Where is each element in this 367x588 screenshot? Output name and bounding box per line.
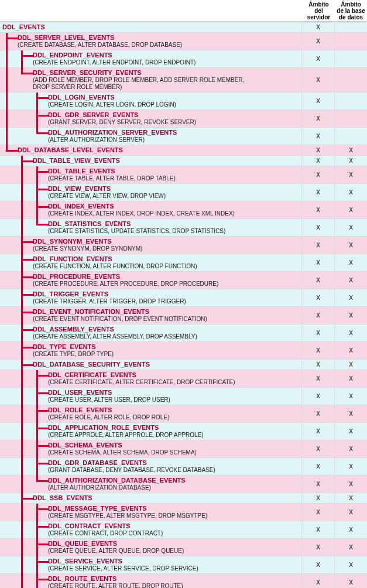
server-scope-cell: X [301, 423, 334, 440]
row-text: DDL_SCHEMA_EVENTS(CREATE SCHEMA, ALTER S… [48, 441, 197, 456]
tree-row: DDL_EVENTSX [0, 22, 367, 32]
event-detail: (CREATE INDEX, ALTER INDEX, DROP INDEX, … [48, 210, 235, 217]
tree-row: DDL_DATABASE_SECURITY_EVENTSXX [0, 359, 367, 370]
event-detail: (CREATE QUEUE, ALTER QUEUE, DROP QUEUE) [48, 548, 184, 555]
row-label-area: DDL_INDEX_EVENTS(CREATE INDEX, ALTER IND… [0, 201, 301, 218]
tree-row: DDL_ROUTE_EVENTS(CREATE ROUTE, ALTER ROU… [0, 573, 367, 588]
tree-connector-tick [36, 93, 49, 99]
tree-connector-vertical-thick [36, 189, 38, 201]
tree-connector-tick [36, 201, 49, 208]
event-detail: (CREATE MSGTYPE, ALTER MSGTYPE, DROP MSG… [48, 512, 207, 519]
server-scope-cell: X [301, 405, 334, 422]
event-detail: (CREATE SYNONYM, DROP SYNONYM) [33, 245, 142, 252]
row-label-area: DDL_STATISTICS_EVENTS(CREATE STATISTICS,… [0, 219, 301, 236]
server-scope-cell: X [301, 254, 334, 271]
tree-row: DDL_ENDPOINT_EVENTS(CREATE ENDPOINT, ALT… [0, 50, 367, 67]
event-name: DDL_ROLE_EVENTS [48, 406, 169, 414]
tree-row: DDL_LOGIN_EVENTS(CREATE LOGIN, ALTER LOG… [0, 92, 367, 110]
event-name: DDL_SERVER_SECURITY_EVENTS [33, 69, 244, 77]
tree-row: DDL_QUEUE_EVENTS(CREATE QUEUE, ALTER QUE… [0, 538, 367, 556]
row-text: DDL_SSB_EVENTS [33, 494, 92, 502]
row-label-area: DDL_SYNONYM_EVENTS(CREATE SYNONYM, DROP … [0, 237, 301, 254]
server-scope-cell: X [301, 50, 334, 67]
server-scope-cell: X [301, 110, 334, 127]
event-name: DDL_FUNCTION_EVENTS [33, 255, 197, 263]
row-text: DDL_SERVICE_EVENTS(CREATE SERVICE, ALTER… [48, 557, 198, 572]
event-name: DDL_SYNONYM_EVENTS [33, 237, 142, 245]
event-name: DDL_TABLE_EVENTS [48, 167, 176, 175]
row-label-area: DDL_AUTHORIZATION_DATABASE_EVENTS(ALTER … [0, 476, 301, 493]
event-detail: (ALTER AUTHORIZATION DATABASE) [48, 484, 186, 491]
tree-connector-vertical-thick [21, 329, 23, 342]
row-label-area: DDL_ASSEMBLY_EVENTS(CREATE ASSEMBLY, ALT… [0, 324, 301, 341]
tree-connector-tick [36, 476, 49, 482]
database-scope-cell: X [334, 574, 367, 588]
tree-connector-vertical-thick [36, 410, 38, 423]
header-database-scope: Ámbitode la basede datos [335, 0, 367, 22]
row-text: DDL_FUNCTION_EVENTS(CREATE FUNCTION, ALT… [33, 255, 197, 270]
event-detail: (CREATE ROUTE, ALTER ROUTE, DROP ROUTE) [48, 583, 183, 588]
row-label-area: DDL_ROUTE_EVENTS(CREATE ROUTE, ALTER ROU… [0, 574, 301, 588]
database-scope-cell [334, 33, 367, 50]
event-name: DDL_SERVICE_EVENTS [48, 557, 198, 565]
database-scope-cell: X [334, 493, 367, 503]
row-text: DDL_CERTIFICATE_EVENTS(CREATE CERTIFICAT… [48, 371, 235, 386]
database-scope-cell: X [334, 458, 367, 475]
tree-connector-tick [36, 405, 49, 412]
row-text: DDL_ENDPOINT_EVENTS(CREATE ENDPOINT, ALT… [33, 51, 195, 66]
server-scope-cell: X [301, 458, 334, 475]
row-label-area: DDL_SERVER_LEVEL_EVENTS(CREATE DATABASE,… [0, 33, 301, 50]
tree-row: DDL_SSB_EVENTSXX [0, 493, 367, 503]
event-detail: (CREATE DATABASE, ALTER DATABASE, DROP D… [18, 42, 182, 49]
row-text: DDL_GDR_DATABASE_EVENTS(GRANT DATABASE, … [48, 459, 215, 474]
tree-connector-tick [36, 219, 49, 225]
tree-connector-vertical-thick [21, 241, 23, 254]
database-scope-cell: X [334, 342, 367, 359]
tree-row: DDL_APPLICATION_ROLE_EVENTS(CREATE APPRO… [0, 422, 367, 440]
row-text: DDL_LOGIN_EVENTS(CREATE LOGIN, ALTER LOG… [48, 93, 176, 108]
row-label-area: DDL_USER_EVENTS(CREATE USER, ALTER USER,… [0, 388, 301, 405]
server-scope-cell: X [301, 166, 334, 183]
row-label-area: DDL_ROLE_EVENTS(CREATE ROLE, ALTER ROLE,… [0, 405, 301, 422]
row-text: DDL_TABLE_EVENTS(CREATE TABLE, ALTER TAB… [48, 167, 176, 182]
server-scope-cell: X [301, 128, 334, 145]
row-text: DDL_MESSAGE_TYPE_EVENTS(CREATE MSGTYPE, … [48, 504, 207, 519]
tree-connector-vertical-thick [36, 526, 38, 539]
column-headers: Ámbitodelservidor Ámbitode la basede dat… [0, 0, 367, 22]
tree-connector-vertical-thick [21, 539, 23, 556]
tree-row: DDL_TYPE_EVENTS(CREATE TYPE, DROP TYPE)X… [0, 341, 367, 359]
database-scope-cell: X [334, 201, 367, 218]
tree-row: DDL_ASSEMBLY_EVENTS(CREATE ASSEMBLY, ALT… [0, 324, 367, 341]
rows-container: DDL_EVENTSXDDL_SERVER_LEVEL_EVENTS(CREAT… [0, 22, 367, 588]
server-scope-cell: X [301, 493, 334, 503]
database-scope-cell [334, 50, 367, 67]
tree-connector-vertical-thick [21, 521, 23, 539]
database-scope-cell: X [334, 307, 367, 324]
tree-connector-tick [36, 370, 49, 377]
tree-connector-vertical-thick [21, 405, 23, 423]
tree-connector-tick [36, 128, 49, 134]
event-detail: (CREATE STATISTICS, UPDATE STATISTICS, D… [48, 228, 225, 235]
row-text: DDL_APPLICATION_ROLE_EVENTS(CREATE APPRO… [48, 423, 204, 439]
database-scope-cell: X [334, 289, 367, 306]
tree-connector-tick [36, 556, 49, 563]
row-text: DDL_PROCEDURE_EVENTS(CREATE PROCEDURE, A… [33, 272, 218, 288]
tree-connector-tick [36, 539, 49, 545]
database-scope-cell: X [334, 219, 367, 236]
tree-connector-vertical-thick [21, 498, 23, 504]
tree-connector-vertical-thick [36, 375, 38, 388]
server-scope-cell: X [301, 440, 334, 457]
tree-connector-vertical-thick [6, 68, 8, 93]
tree-row: DDL_STATISTICS_EVENTS(CREATE STATISTICS,… [0, 218, 367, 236]
row-label-area: DDL_EVENTS [0, 22, 301, 32]
server-scope-cell: X [301, 289, 334, 306]
tree-connector-vertical-thick [21, 388, 23, 405]
event-name: DDL_USER_EVENTS [48, 388, 170, 396]
row-label-area: DDL_TYPE_EVENTS(CREATE TYPE, DROP TYPE) [0, 342, 301, 359]
tree-connector-vertical-thick [21, 184, 23, 201]
server-scope-cell: X [301, 539, 334, 556]
event-name: DDL_INDEX_EVENTS [48, 202, 235, 210]
event-detail: (ALTER AUTHORIZATION SERVER) [48, 136, 177, 143]
row-text: DDL_TYPE_EVENTS(CREATE TYPE, DROP TYPE) [33, 343, 114, 358]
row-text: DDL_ROUTE_EVENTS(CREATE ROUTE, ALTER ROU… [48, 575, 183, 588]
